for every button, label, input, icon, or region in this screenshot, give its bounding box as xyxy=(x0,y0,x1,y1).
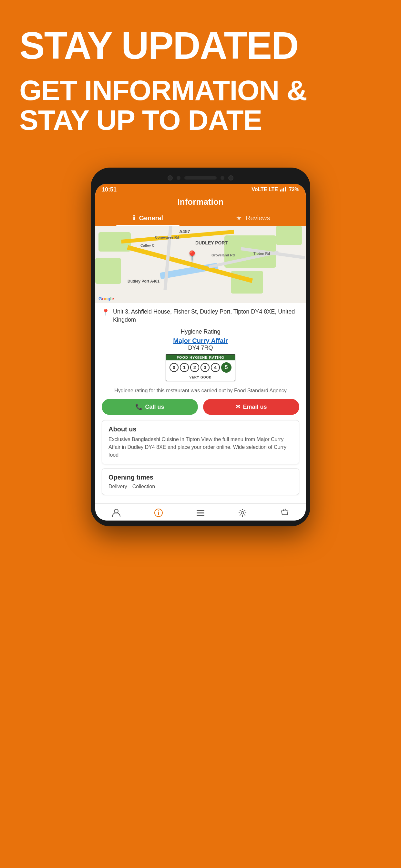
status-bar: 10:51 VoLTE LTE 72% xyxy=(95,184,306,194)
svg-point-7 xyxy=(158,510,159,512)
map-label-coneygree: Coneygree Rd xyxy=(155,236,179,239)
map-label-tipton: Tipton Rd xyxy=(253,252,270,255)
hygiene-num-4: 4 xyxy=(211,363,220,372)
speaker xyxy=(184,176,217,180)
nav-basket[interactable] xyxy=(280,508,289,517)
hygiene-num-1: 1 xyxy=(180,363,189,372)
map-label-dudleyport: Dudley Port A461 xyxy=(127,279,159,283)
status-right: VoLTE LTE 72% xyxy=(251,186,299,193)
sensor-dot xyxy=(177,176,181,180)
nav-menu[interactable] xyxy=(196,508,205,517)
hygiene-rating-label: VERY GOOD xyxy=(166,375,235,381)
opening-times-card: Opening times Delivery Collection xyxy=(102,468,299,495)
bottom-nav xyxy=(95,503,306,521)
hygiene-num-3: 3 xyxy=(201,363,210,372)
front-camera xyxy=(167,175,173,181)
address-text: Unit 3, Ashfield House, Fisher St, Dudle… xyxy=(113,308,299,324)
opening-times-tabs: Delivery Collection xyxy=(109,484,292,490)
hygiene-postcode: DY4 7RQ xyxy=(102,345,299,351)
hero-subtitle: GET INFORMATION & STAY UP TO DATE xyxy=(19,75,382,135)
map-area[interactable]: A457 Dudley Port A461 Tipton Rd Grovelan… xyxy=(95,226,306,303)
delivery-tab[interactable]: Delivery xyxy=(109,484,127,490)
hero-section: STAY UPDATED GET INFORMATION & STAY UP T… xyxy=(0,0,401,148)
address-row: 📍 Unit 3, Ashfield House, Fisher St, Dud… xyxy=(102,308,299,324)
google-logo: Google xyxy=(98,296,114,301)
map-green-area5 xyxy=(276,226,302,245)
hygiene-badge-title: FOOD HYGIENE RATING xyxy=(166,354,235,361)
svg-point-11 xyxy=(241,512,244,514)
info-tab-icon: ℹ xyxy=(133,214,135,221)
tabs-bar: ℹ General ★ Reviews xyxy=(95,210,306,226)
opening-times-title: Opening times xyxy=(109,474,292,481)
hero-title: STAY UPDATED xyxy=(19,26,382,66)
nav-profile[interactable] xyxy=(112,508,121,517)
hygiene-num-0: 0 xyxy=(169,363,179,372)
email-icon: ✉ xyxy=(235,403,240,410)
nav-settings[interactable] xyxy=(238,508,247,517)
nav-info[interactable] xyxy=(154,508,163,517)
hygiene-description: Hygiene rating for this restaurant was c… xyxy=(102,387,299,394)
map-label-groveland: Groveland Rd xyxy=(212,253,235,257)
info-section: 📍 Unit 3, Ashfield House, Fisher St, Dud… xyxy=(95,303,306,504)
phone-notch xyxy=(95,174,306,184)
phone-mockup: 10:51 VoLTE LTE 72% Info xyxy=(0,167,401,546)
about-us-body: Exclusive Bangladeshi Cuisine in Tipton … xyxy=(109,436,292,459)
hygiene-badge-numbers: 0 1 2 3 4 5 xyxy=(166,361,235,375)
hygiene-title: Hygiene Rating xyxy=(102,329,299,335)
svg-rect-2 xyxy=(283,188,284,191)
tab-reviews[interactable]: ★ Reviews xyxy=(201,210,306,226)
svg-rect-6 xyxy=(158,512,159,515)
action-buttons: 📞 Call us ✉ Email us xyxy=(102,399,299,415)
svg-rect-8 xyxy=(197,510,204,511)
front-camera2 xyxy=(228,175,234,181)
map-label-dudleyport-area: DUDLEY PORT xyxy=(195,240,227,245)
tab-general[interactable]: ℹ General xyxy=(95,210,201,226)
hygiene-section: Hygiene Rating Major Curry Affair DY4 7R… xyxy=(102,329,299,383)
status-time: 10:51 xyxy=(102,186,117,193)
map-pin: 📍 xyxy=(186,250,198,262)
svg-rect-1 xyxy=(281,189,282,191)
phone-screen: 10:51 VoLTE LTE 72% Info xyxy=(95,184,306,521)
sensor-dot2 xyxy=(220,176,224,180)
network-indicator: VoLTE LTE xyxy=(251,187,278,192)
app-title: Information xyxy=(95,197,306,210)
map-label-calley: Calley Cl xyxy=(141,244,155,247)
call-button[interactable]: 📞 Call us xyxy=(102,399,198,415)
map-green-area2 xyxy=(95,258,121,284)
reviews-tab-icon: ★ xyxy=(236,214,242,221)
map-label-a457: A457 xyxy=(179,229,190,234)
hygiene-num-5-active: 5 xyxy=(221,362,232,373)
svg-rect-9 xyxy=(197,513,204,514)
svg-rect-0 xyxy=(280,190,281,191)
phone-frame: 10:51 VoLTE LTE 72% Info xyxy=(91,167,310,527)
about-us-card: About us Exclusive Bangladeshi Cuisine i… xyxy=(102,420,299,464)
hygiene-link[interactable]: Major Curry Affair xyxy=(102,337,299,345)
signal-icon xyxy=(280,186,287,193)
app-header: Information ℹ General ★ Reviews xyxy=(95,194,306,226)
svg-rect-10 xyxy=(197,515,204,516)
email-button[interactable]: ✉ Email us xyxy=(203,399,299,415)
phone-icon: 📞 xyxy=(135,403,143,410)
about-us-title: About us xyxy=(109,426,292,433)
hygiene-badge: FOOD HYGIENE RATING 0 1 2 3 4 5 VERY GOO… xyxy=(166,354,235,381)
hygiene-num-2: 2 xyxy=(190,363,199,372)
collection-tab[interactable]: Collection xyxy=(132,484,155,490)
svg-rect-3 xyxy=(285,187,286,191)
battery-indicator: 72% xyxy=(289,187,299,192)
location-icon: 📍 xyxy=(102,308,110,316)
